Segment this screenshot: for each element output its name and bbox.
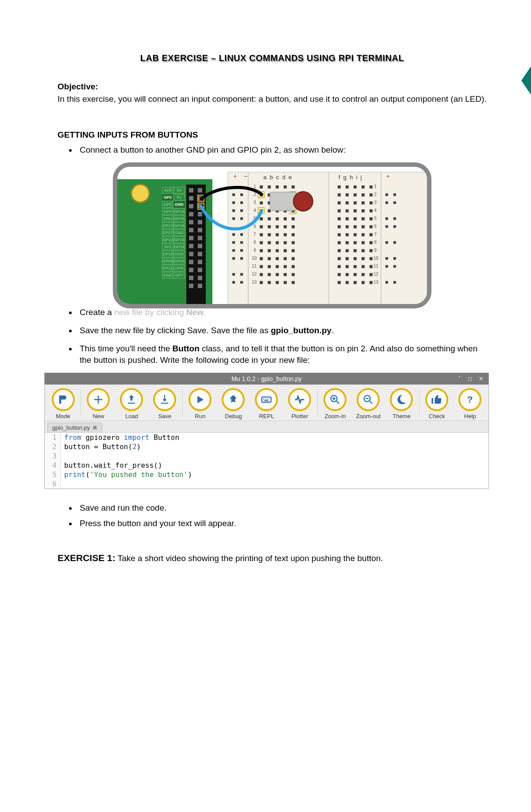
svg-rect-233: [354, 257, 357, 260]
svg-rect-21: [189, 260, 193, 264]
mu-tab-file[interactable]: gpio_button.py✖: [47, 423, 102, 432]
svg-text:+: +: [233, 173, 237, 180]
svg-rect-232: [346, 257, 349, 260]
tb-plotter[interactable]: Plotter: [283, 388, 316, 419]
tb-debug[interactable]: Debug: [217, 388, 250, 419]
svg-rect-195: [369, 225, 373, 228]
svg-rect-224: [362, 249, 365, 252]
svg-rect-171: [338, 209, 341, 212]
svg-text:GND: GND: [175, 231, 184, 235]
svg-rect-236: [260, 265, 263, 268]
svg-rect-257: [268, 281, 271, 284]
svg-rect-172: [346, 209, 349, 212]
svg-text:13: 13: [373, 280, 379, 285]
mu-title: Mu 1.0.2 - gpio_button.py: [231, 375, 302, 382]
svg-rect-25: [189, 276, 193, 280]
svg-rect-275: [393, 241, 396, 244]
svg-rect-280: [385, 281, 388, 284]
window-controls[interactable]: ˅ ◻ ✕: [458, 373, 486, 385]
svg-rect-206: [260, 241, 263, 244]
svg-rect-175: [369, 209, 373, 212]
bug-icon: [222, 388, 245, 411]
svg-rect-229: [284, 257, 287, 260]
svg-rect-246: [260, 273, 263, 276]
svg-rect-132: [232, 273, 235, 276]
svg-rect-177: [268, 217, 271, 220]
svg-rect-133: [240, 273, 243, 276]
svg-text:2: 2: [254, 192, 256, 197]
svg-rect-196: [260, 233, 263, 236]
svg-rect-174: [362, 209, 365, 212]
svg-text:12: 12: [373, 272, 379, 277]
svg-rect-190: [292, 225, 295, 228]
mu-toolbar: Mode New Load Save Run Debug REPL Plotte…: [45, 385, 489, 421]
svg-text:−: −: [244, 173, 247, 180]
svg-rect-228: [276, 257, 279, 260]
svg-rect-15: [189, 236, 193, 240]
svg-rect-265: [369, 281, 373, 284]
svg-rect-238: [276, 265, 279, 268]
tb-mode[interactable]: Mode: [46, 388, 80, 419]
svg-text:GP09: GP09: [162, 259, 173, 263]
svg-rect-193: [354, 225, 357, 228]
svg-rect-204: [362, 233, 365, 236]
tb-help[interactable]: ?Help: [454, 388, 487, 419]
svg-rect-129: [240, 249, 243, 252]
svg-rect-10: [198, 212, 202, 216]
tb-check[interactable]: Check: [420, 388, 454, 419]
close-icon[interactable]: ✖: [92, 424, 97, 431]
svg-rect-214: [362, 241, 365, 244]
svg-text:GP2: GP2: [164, 195, 172, 200]
tb-zoomout[interactable]: Zoom-out: [352, 388, 385, 419]
page-title: LAB EXERCISE – LINUX COMMANDS USING RPI …: [58, 53, 487, 63]
tb-load[interactable]: Load: [115, 388, 148, 419]
svg-rect-173: [354, 209, 357, 212]
svg-text:1: 1: [374, 184, 377, 189]
svg-rect-141: [338, 185, 341, 189]
svg-text:5V: 5V: [177, 188, 181, 192]
svg-text:7: 7: [254, 232, 256, 237]
svg-text:GP22: GP22: [162, 238, 173, 242]
svg-text:1: 1: [254, 184, 256, 189]
tb-theme[interactable]: Theme: [385, 388, 418, 419]
svg-text:GP7: GP7: [175, 273, 183, 277]
svg-rect-123: [240, 217, 243, 220]
svg-rect-192: [346, 225, 349, 228]
svg-rect-221: [338, 249, 341, 252]
svg-rect-28: [198, 284, 202, 288]
svg-text:4: 4: [374, 208, 377, 213]
bullet-save: Save the new file by clicking Save. Save…: [77, 325, 487, 337]
svg-rect-205: [369, 233, 373, 236]
svg-rect-14: [198, 228, 202, 232]
svg-rect-200: [292, 233, 295, 236]
svg-rect-125: [240, 233, 243, 236]
svg-rect-139: [284, 185, 287, 189]
svg-rect-135: [240, 281, 243, 284]
question-icon: ?: [458, 388, 481, 411]
svg-rect-4: [198, 188, 202, 192]
plus-icon: [87, 388, 110, 411]
svg-rect-266: [385, 193, 388, 196]
svg-rect-209: [284, 241, 287, 244]
bullet-create: Create a new file by clicking New.: [77, 307, 487, 319]
svg-rect-179: [284, 217, 287, 220]
tb-zoomin[interactable]: Zoom-in: [319, 388, 352, 419]
svg-rect-194: [362, 225, 365, 228]
svg-rect-185: [369, 217, 373, 220]
svg-text:11: 11: [373, 264, 379, 269]
svg-rect-277: [393, 257, 396, 260]
svg-text:10: 10: [373, 256, 379, 261]
svg-rect-252: [346, 273, 349, 276]
tb-run[interactable]: Run: [184, 388, 217, 419]
mu-tabs: gpio_button.py✖: [45, 421, 489, 433]
tb-repl[interactable]: REPL: [250, 388, 283, 419]
tb-save[interactable]: Save: [148, 388, 181, 419]
svg-rect-128: [232, 249, 235, 252]
svg-rect-136: [260, 185, 263, 189]
svg-rect-178: [276, 217, 279, 220]
tb-new[interactable]: New: [82, 388, 115, 419]
svg-rect-197: [268, 233, 271, 236]
svg-rect-243: [354, 265, 357, 268]
svg-rect-264: [362, 281, 365, 284]
zoom-in-icon: [323, 388, 346, 411]
